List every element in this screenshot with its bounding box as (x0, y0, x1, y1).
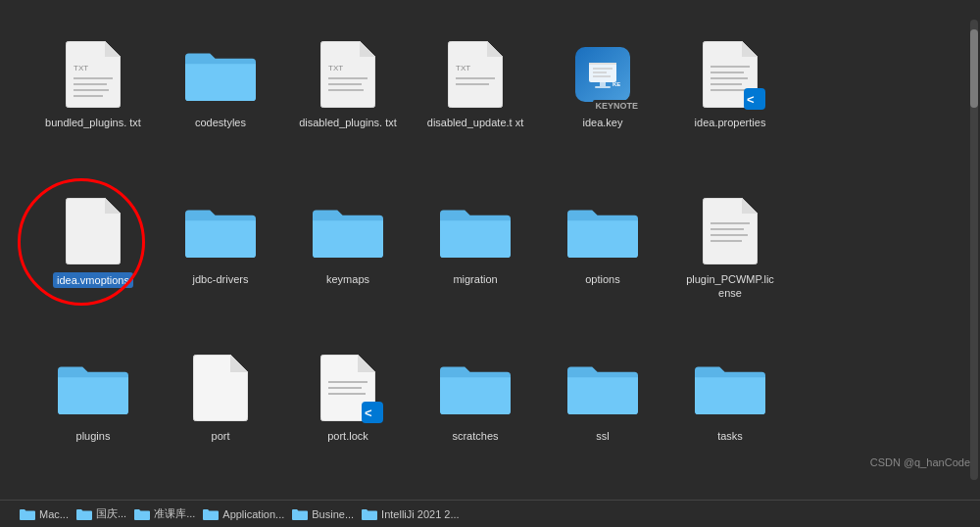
bottom-label-2: 国庆... (96, 506, 126, 521)
svg-text:KEY: KEY (612, 81, 620, 87)
file-label-tasks: tasks (717, 429, 743, 443)
svg-rect-13 (589, 63, 616, 65)
file-label-plugin-pcwmp: plugin_PCWMP.lic ense (676, 272, 784, 301)
file-item-idea-key[interactable]: KEY KEYNOTE idea.key (539, 29, 666, 186)
file-item-idea-vmoptions[interactable]: idea.vmoptions (29, 186, 157, 343)
file-icon-plugin-pcwmp (695, 196, 765, 266)
file-item-idea-properties[interactable]: < idea.properties (666, 29, 794, 186)
file-icon-plugins (58, 353, 128, 423)
file-item-empty-1 (794, 29, 921, 186)
bottom-folder-icon-3 (134, 508, 150, 520)
file-item-bundled-plugins-txt[interactable]: TXT bundled_plugins. txt (29, 29, 157, 186)
bottom-item-4[interactable]: Application... (203, 508, 284, 520)
file-label-disabled-plugins-txt: disabled_plugins. txt (299, 116, 397, 129)
svg-rect-18 (595, 86, 611, 88)
file-label-ssl: ssl (596, 429, 609, 443)
bottom-folder-icon-6 (362, 508, 377, 520)
file-item-plugins[interactable]: plugins (29, 343, 157, 500)
bottom-item-5[interactable]: Busine... (292, 508, 354, 520)
file-label-bundled-plugins-txt: bundled_plugins. txt (45, 116, 141, 129)
file-grid: TXT bundled_plugins. txt (20, 20, 960, 500)
file-item-plugin-pcwmp[interactable]: plugin_PCWMP.lic ense (666, 186, 794, 343)
file-icon-ssl (567, 353, 638, 423)
svg-text:<: < (365, 406, 372, 420)
svg-text:<: < (747, 92, 755, 107)
bottom-label-3: 准课库... (154, 506, 195, 521)
file-label-jdbc-drivers: jdbc-drivers (193, 272, 249, 286)
file-item-migration[interactable]: migration (412, 186, 539, 343)
bottom-item-2[interactable]: 国庆... (76, 506, 126, 521)
bottom-folder-icon-2 (76, 508, 92, 520)
file-item-scratches[interactable]: scratches (412, 343, 539, 500)
file-item-empty-2 (794, 186, 921, 343)
bottom-label-4: Application... (222, 508, 284, 520)
file-item-ssl[interactable]: ssl (539, 343, 666, 500)
file-item-port[interactable]: port (157, 343, 284, 500)
file-item-jdbc-drivers[interactable]: jdbc-drivers (157, 186, 284, 343)
bottom-item-1[interactable]: Mac... (20, 508, 69, 520)
file-label-port-lock: port.lock (327, 429, 368, 443)
keynote-label: KEYNOTE (593, 100, 640, 112)
file-icon-jdbc-drivers (185, 196, 256, 266)
bottom-item-3[interactable]: 准课库... (134, 506, 195, 521)
file-icon-tasks (695, 353, 765, 423)
bottom-label-5: Busine... (312, 508, 354, 520)
bottom-folder-icon-1 (20, 508, 35, 520)
file-icon-codestyles (185, 39, 256, 110)
file-label-port: port (212, 429, 230, 443)
bottom-folder-icon-5 (292, 508, 308, 520)
svg-text:TXT: TXT (74, 64, 88, 72)
file-label-keymaps: keymaps (326, 272, 369, 286)
bottom-label-1: Mac... (39, 508, 69, 520)
file-label-migration: migration (453, 272, 497, 286)
watermark: CSDN @q_hanCode (870, 456, 970, 468)
file-icon-idea-key: KEY KEYNOTE (567, 39, 638, 110)
file-label-codestyles: codestyles (195, 116, 246, 129)
file-label-idea-key: idea.key (583, 116, 623, 129)
file-icon-migration (440, 196, 511, 266)
content-area: TXT bundled_plugins. txt (0, 0, 980, 500)
file-label-plugins: plugins (76, 429, 111, 443)
bottom-bar: Mac... 国庆... 准课库... Application... Busin… (0, 500, 980, 527)
scrollbar[interactable] (970, 20, 978, 480)
file-icon-disabled-update-txt: TXT (440, 39, 511, 110)
file-icon-port (185, 353, 256, 423)
svg-text:TXT: TXT (328, 64, 343, 72)
file-label-idea-properties: idea.properties (695, 116, 766, 129)
keynote-icon: KEY (575, 47, 630, 102)
file-label-scratches: scratches (452, 429, 498, 443)
scrollbar-thumb[interactable] (970, 29, 978, 108)
file-label-disabled-update-txt: disabled_update.t xt (427, 116, 523, 129)
file-item-keymaps[interactable]: keymaps (284, 186, 412, 343)
bottom-label-6: IntelliJi 2021 2... (381, 508, 460, 520)
file-item-port-lock[interactable]: < port.lock (284, 343, 412, 500)
file-item-tasks[interactable]: tasks (666, 343, 794, 500)
file-item-disabled-plugins-txt[interactable]: TXT disabled_plugins. txt (284, 29, 412, 186)
file-item-disabled-update-txt[interactable]: TXT disabled_update.t xt (412, 29, 539, 186)
file-icon-scratches (440, 353, 511, 423)
file-icon-idea-properties: < (695, 39, 765, 110)
finder-window: TXT bundled_plugins. txt (0, 0, 980, 527)
file-label-idea-vmoptions: idea.vmoptions (53, 272, 133, 288)
file-item-options[interactable]: options (539, 186, 666, 343)
bottom-folder-icon-4 (203, 508, 219, 520)
file-icon-disabled-plugins-txt: TXT (313, 39, 383, 110)
bottom-item-6[interactable]: IntelliJi 2021 2... (362, 508, 460, 520)
svg-text:TXT: TXT (456, 64, 470, 72)
file-icon-options (567, 196, 638, 266)
file-icon-keymaps (313, 196, 383, 266)
file-label-options: options (585, 272, 619, 286)
file-icon-idea-vmoptions (58, 196, 128, 266)
file-icon-port-lock: < (313, 353, 383, 423)
file-icon-bundled-plugins-txt: TXT (58, 39, 128, 110)
file-item-empty-3 (794, 343, 921, 500)
file-item-codestyles[interactable]: codestyles (157, 29, 284, 186)
svg-rect-17 (600, 82, 606, 86)
